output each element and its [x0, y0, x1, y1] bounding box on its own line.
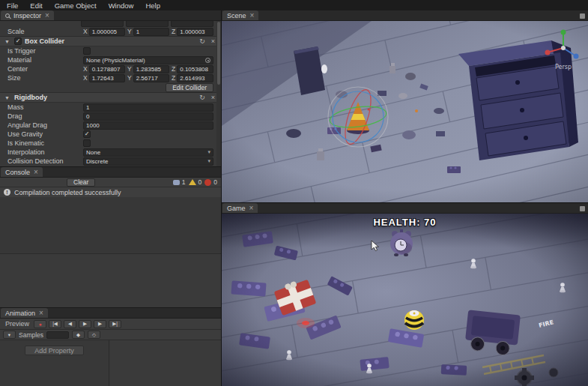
close-icon[interactable]: ×: [45, 12, 49, 19]
add-property-button[interactable]: Add Property: [25, 346, 84, 355]
drag-row: Drag 0: [0, 112, 221, 121]
foldout-icon[interactable]: ▼: [4, 95, 11, 100]
next-key-button[interactable]: ▶: [94, 320, 106, 328]
size-row: Size X1.72643 Y2.56717 Z2.614993: [0, 73, 221, 82]
axis-x-label: X: [83, 65, 88, 73]
close-icon[interactable]: ×: [250, 12, 255, 19]
is-trigger-checkbox[interactable]: ✓: [83, 47, 91, 55]
collision-detection-dropdown[interactable]: Discrete ▾: [83, 157, 213, 166]
tab-game-label: Game: [227, 205, 246, 212]
inspector-scrollbar[interactable]: [216, 21, 221, 166]
center-x-field[interactable]: 0.1278807: [89, 65, 125, 73]
size-z-field[interactable]: 2.614993: [177, 74, 213, 82]
interpolation-dropdown[interactable]: None ▾: [83, 148, 213, 157]
angular-drag-row: Angular Drag 1000: [0, 121, 221, 130]
panel-options-icon[interactable]: [580, 13, 585, 19]
tab-game[interactable]: Game ×: [222, 203, 258, 213]
size-x-field[interactable]: 1.72643: [89, 74, 125, 82]
edit-collider-button[interactable]: Edit Collider: [166, 83, 213, 92]
angular-drag-label: Angular Drag: [7, 121, 81, 129]
samples-field[interactable]: [46, 331, 69, 339]
close-icon[interactable]: ×: [39, 310, 43, 316]
info-icon: !: [4, 189, 10, 196]
log-entry[interactable]: ! Compilation completed successfully: [0, 187, 221, 197]
tab-inspector[interactable]: Inspector ×: [1, 10, 54, 20]
message-count: 1: [182, 178, 186, 186]
rigidbody-header[interactable]: ▼ Rigidbody ↻ ×: [0, 92, 221, 103]
foldout-icon[interactable]: ▼: [4, 39, 11, 44]
clear-button[interactable]: Clear: [67, 178, 95, 187]
clip-dropdown[interactable]: ▾: [3, 331, 16, 339]
menu-file[interactable]: File: [7, 1, 18, 10]
preset-icon[interactable]: ↻: [198, 37, 207, 45]
animation-property-list: Add Property: [0, 340, 109, 386]
material-row: Material None (PhysicMaterial): [0, 55, 221, 64]
animation-toolbar-2: ▾ Samples ◆ ◇: [0, 330, 221, 340]
mass-field[interactable]: 1: [83, 103, 213, 112]
use-gravity-checkbox[interactable]: ✓: [83, 130, 91, 138]
tab-console[interactable]: Console ×: [1, 167, 43, 177]
center-row: Center X0.1278807 Y1.283585 Z0.1053808: [0, 64, 221, 73]
material-field[interactable]: None (PhysicMaterial): [83, 56, 213, 64]
object-picker-icon[interactable]: [205, 58, 210, 63]
scale-x-field[interactable]: 1.000005: [89, 28, 125, 36]
first-frame-button[interactable]: |◀: [49, 320, 61, 328]
scale-row: Scale X1.000005 Y1 Z1.000003: [0, 27, 221, 36]
close-icon[interactable]: ×: [34, 169, 38, 175]
log-message: Compilation completed successfully: [14, 189, 121, 196]
drag-field[interactable]: 0: [83, 112, 213, 121]
scrollbar-thumb[interactable]: [217, 22, 220, 85]
game-vignette: [222, 214, 588, 386]
menu-help[interactable]: Help: [145, 1, 160, 10]
material-label: Material: [7, 56, 81, 64]
center-z-field[interactable]: 0.1053808: [177, 65, 213, 73]
menu-window[interactable]: Window: [109, 1, 134, 10]
scene-panel: Scene ×: [222, 10, 588, 202]
preset-icon[interactable]: ↻: [198, 94, 207, 101]
scene-viewport[interactable]: Persp: [222, 21, 588, 202]
error-count-toggle[interactable]: 0: [204, 178, 217, 186]
health-display: HEALTH: 70: [222, 217, 588, 228]
console-counts: 1 0 0: [173, 178, 217, 186]
add-keyframe-button[interactable]: ◆: [72, 331, 85, 339]
size-y-field[interactable]: 2.56717: [133, 74, 169, 82]
close-icon[interactable]: ×: [249, 205, 254, 211]
mass-label: Mass: [7, 103, 81, 111]
scene-tabbar: Scene ×: [222, 10, 588, 21]
animation-dopesheet[interactable]: [110, 340, 221, 386]
scene-vignette: [222, 21, 588, 202]
clipped-field[interactable]: [81, 21, 124, 27]
interpolation-value: None: [86, 149, 205, 156]
scale-z-field[interactable]: 1.000003: [177, 28, 213, 36]
menu-game-object[interactable]: Game Object: [55, 1, 97, 10]
record-button[interactable]: ●: [34, 320, 46, 328]
axis-z-label: Z: [172, 74, 175, 82]
add-event-button[interactable]: ◇: [88, 331, 100, 339]
close-icon[interactable]: ×: [210, 37, 216, 45]
use-gravity-row: Use Gravity ✓: [0, 130, 221, 139]
is-kinematic-checkbox[interactable]: ✓: [83, 139, 91, 147]
preview-toggle[interactable]: Preview: [3, 320, 31, 328]
prev-key-button[interactable]: ◀: [64, 320, 76, 328]
console-log-area: ! Compilation completed successfully: [0, 187, 221, 308]
menu-edit[interactable]: Edit: [30, 1, 42, 10]
warning-count-toggle[interactable]: 0: [189, 178, 202, 186]
box-collider-header[interactable]: ▼ ✓ Box Collider ↻ ×: [0, 36, 221, 46]
use-gravity-label: Use Gravity: [7, 130, 81, 138]
panel-options-icon[interactable]: [580, 206, 585, 211]
game-viewport[interactable]: FIRE: [222, 214, 588, 386]
tab-animation[interactable]: Animation ×: [1, 308, 48, 318]
tab-scene[interactable]: Scene ×: [222, 10, 258, 20]
collision-detection-row: Collision Detection Discrete ▾: [0, 157, 221, 166]
play-button[interactable]: ▶: [79, 320, 91, 328]
message-count-toggle[interactable]: 1: [173, 178, 186, 186]
scale-y-field[interactable]: 1: [133, 28, 169, 36]
clipped-field[interactable]: [126, 21, 169, 27]
clipped-field[interactable]: [171, 21, 213, 27]
angular-drag-field[interactable]: 1000: [83, 121, 213, 130]
close-icon[interactable]: ×: [210, 94, 216, 101]
center-y-field[interactable]: 1.283585: [133, 65, 169, 73]
last-frame-button[interactable]: ▶|: [109, 320, 121, 328]
axis-x-label: X: [83, 74, 88, 82]
box-collider-enabled-checkbox[interactable]: ✓: [14, 37, 22, 45]
